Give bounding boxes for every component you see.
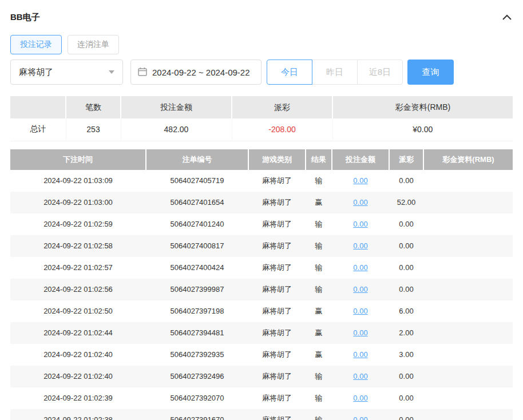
- cell-time: 2024-09-22 01:02:57: [10, 257, 146, 279]
- filter-bar: 麻将胡了 2024-09-22 ~ 2024-09-22 今日 昨日 近8日 查…: [10, 60, 513, 85]
- cell-payout: 3.00: [389, 344, 423, 366]
- cell-result: 输: [306, 235, 332, 257]
- table-row: 2024-09-22 01:02:405064027392496麻将胡了输0.0…: [10, 366, 513, 387]
- cell-result: 输: [306, 387, 332, 409]
- bet-amount-link[interactable]: 0.00: [353, 307, 367, 315]
- summary-header-count: 笔数: [66, 96, 121, 118]
- bet-table-body: 2024-09-22 01:03:095064027405719麻将胡了输0.0…: [10, 170, 513, 420]
- cell-game: 麻将胡了: [248, 344, 306, 366]
- cell-bet: 0.00: [332, 366, 389, 387]
- bet-amount-link[interactable]: 0.00: [353, 415, 367, 420]
- bet-amount-link[interactable]: 0.00: [353, 285, 367, 294]
- summary-total-count: 253: [66, 118, 121, 141]
- cell-game: 麻将胡了: [248, 279, 306, 300]
- game-select[interactable]: 麻将胡了: [10, 60, 123, 85]
- col-header-result: 结果: [306, 149, 332, 170]
- cell-order: 5064027405719: [146, 170, 248, 192]
- bet-amount-link[interactable]: 0.00: [353, 394, 367, 402]
- today-button[interactable]: 今日: [267, 60, 312, 85]
- chevron-down-icon: [109, 70, 114, 74]
- summary-header-bet-amount: 投注金额: [121, 96, 232, 118]
- cell-time: 2024-09-22 01:02:38: [10, 409, 146, 420]
- table-row: 2024-09-22 01:02:445064027394481麻将胡了赢0.0…: [10, 322, 513, 344]
- cell-jackpot: [423, 279, 513, 300]
- summary-total-payout: -208.00: [232, 118, 332, 141]
- bet-amount-link[interactable]: 0.00: [353, 372, 367, 381]
- cell-game: 麻将胡了: [248, 192, 306, 213]
- cell-result: 输: [306, 170, 332, 192]
- cell-payout: 0.00: [389, 279, 423, 300]
- cell-game: 麻将胡了: [248, 170, 306, 192]
- date-range-value: 2024-09-22 ~ 2024-09-22: [152, 68, 250, 77]
- game-select-value: 麻将胡了: [19, 67, 53, 78]
- cell-bet: 0.00: [332, 300, 389, 322]
- cell-bet: 0.00: [332, 322, 389, 344]
- cell-time: 2024-09-22 01:02:40: [10, 344, 146, 366]
- bet-amount-link[interactable]: 0.00: [353, 176, 367, 185]
- cell-order: 5064027400424: [146, 257, 248, 279]
- cell-order: 5064027391670: [146, 409, 248, 420]
- bet-records-table: 下注时间 注单编号 游戏类别 结果 投注金额 派彩 彩金资料(RMB) 2024…: [10, 149, 513, 420]
- cell-payout: 0.00: [389, 235, 423, 257]
- summary-total-row: 总计 253 482.00 -208.00 ¥0.00: [10, 118, 513, 141]
- table-row: 2024-09-22 01:02:405064027392935麻将胡了赢0.0…: [10, 344, 513, 366]
- quick-date-group: 今日 昨日 近8日: [267, 60, 403, 85]
- page-title: BB电子: [10, 12, 40, 23]
- summary-total-bet-amount: 482.00: [121, 118, 232, 141]
- yesterday-button[interactable]: 昨日: [312, 60, 358, 85]
- col-header-game-type: 游戏类别: [248, 149, 306, 170]
- cell-payout: 0.00: [389, 170, 423, 192]
- cell-bet: 0.00: [332, 279, 389, 300]
- cell-bet: 0.00: [332, 344, 389, 366]
- table-row: 2024-09-22 01:02:385064027391670麻将胡了输0.0…: [10, 409, 513, 420]
- cell-result: 赢: [306, 300, 332, 322]
- cell-time: 2024-09-22 01:02:56: [10, 279, 146, 300]
- bet-amount-link[interactable]: 0.00: [353, 220, 367, 228]
- summary-header-jackpot: 彩金资料(RMB): [332, 96, 513, 118]
- summary-header-blank: [10, 96, 66, 118]
- tab-cancelled-orders[interactable]: 连消注单: [68, 35, 119, 54]
- col-header-bet-amount: 投注金额: [332, 149, 389, 170]
- bet-amount-link[interactable]: 0.00: [353, 198, 367, 207]
- table-row: 2024-09-22 01:03:095064027405719麻将胡了输0.0…: [10, 170, 513, 192]
- cell-order: 5064027399987: [146, 279, 248, 300]
- cell-order: 5064027394481: [146, 322, 248, 344]
- cell-order: 5064027392935: [146, 344, 248, 366]
- last-8-days-button[interactable]: 近8日: [357, 60, 403, 85]
- cell-jackpot: [423, 344, 513, 366]
- col-header-jackpot: 彩金资料(RMB): [423, 149, 513, 170]
- bet-amount-link[interactable]: 0.00: [353, 350, 367, 359]
- cell-order: 5064027400817: [146, 235, 248, 257]
- cell-game: 麻将胡了: [248, 213, 306, 235]
- cell-result: 输: [306, 366, 332, 387]
- cell-bet: 0.00: [332, 235, 389, 257]
- cell-jackpot: [423, 192, 513, 213]
- cell-result: 输: [306, 279, 332, 300]
- cell-order: 5064027401240: [146, 213, 248, 235]
- bet-table-header-row: 下注时间 注单编号 游戏类别 结果 投注金额 派彩 彩金资料(RMB): [10, 149, 513, 170]
- col-header-payout: 派彩: [389, 149, 423, 170]
- cell-jackpot: [423, 213, 513, 235]
- cell-payout: 0.00: [389, 387, 423, 409]
- search-button[interactable]: 查询: [407, 60, 454, 85]
- table-row: 2024-09-22 01:03:005064027401654麻将胡了赢0.0…: [10, 192, 513, 213]
- cell-jackpot: [423, 170, 513, 192]
- tab-bet-records[interactable]: 投注记录: [10, 35, 62, 54]
- bet-amount-link[interactable]: 0.00: [353, 328, 367, 337]
- collapse-button[interactable]: [501, 11, 513, 23]
- bet-amount-link[interactable]: 0.00: [353, 241, 367, 250]
- table-row: 2024-09-22 01:02:395064027392070麻将胡了输0.0…: [10, 387, 513, 409]
- date-range-picker[interactable]: 2024-09-22 ~ 2024-09-22: [130, 60, 262, 85]
- cell-result: 输: [306, 257, 332, 279]
- bet-amount-link[interactable]: 0.00: [353, 263, 367, 272]
- table-row: 2024-09-22 01:02:505064027397198麻将胡了赢0.0…: [10, 300, 513, 322]
- cell-bet: 0.00: [332, 213, 389, 235]
- cell-payout: 0.00: [389, 257, 423, 279]
- table-row: 2024-09-22 01:02:575064027400424麻将胡了输0.0…: [10, 257, 513, 279]
- cell-game: 麻将胡了: [248, 235, 306, 257]
- bet-records-panel: BB电子 投注记录 连消注单 麻将胡了 2024-09-22 ~ 2024-09…: [0, 0, 523, 420]
- cell-order: 5064027392496: [146, 366, 248, 387]
- cell-payout: 0.00: [389, 409, 423, 420]
- cell-game: 麻将胡了: [248, 387, 306, 409]
- cell-bet: 0.00: [332, 257, 389, 279]
